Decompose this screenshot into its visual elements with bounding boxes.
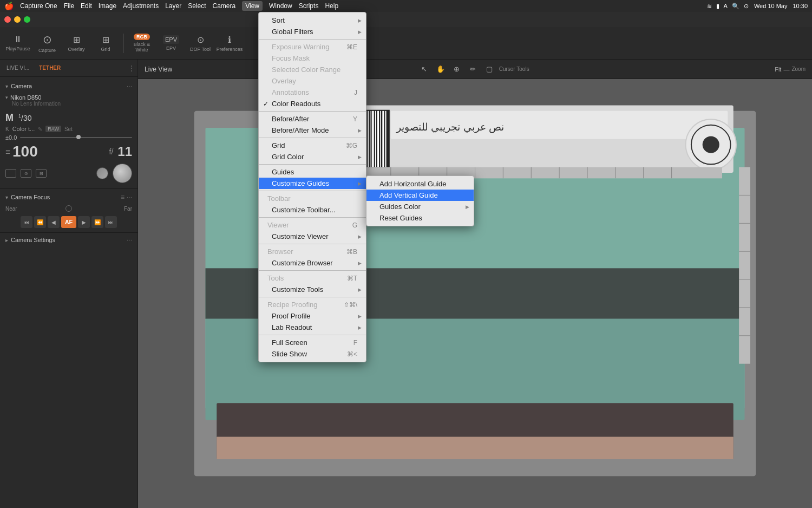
customize-toolbar-label: Customize Toolbar... [272, 206, 336, 214]
menu-help[interactable]: Help [325, 2, 338, 10]
wb-small-circle[interactable] [96, 167, 108, 179]
menu-capture-one[interactable]: Capture One [20, 2, 57, 10]
focus-action-dots[interactable]: ··· [127, 193, 132, 201]
menu-select[interactable]: Select [188, 2, 206, 10]
preferences-button[interactable]: ℹ Preferences [216, 29, 243, 57]
camera-section-header[interactable]: Camera ··· [0, 80, 137, 92]
menu-adjustments[interactable]: Adjustments [123, 2, 159, 10]
menu-image[interactable]: Image [99, 2, 116, 10]
wb-large-circle[interactable] [113, 164, 132, 183]
focus-near-fast-btn[interactable]: ⏭ [105, 216, 117, 228]
focus-point-icon[interactable]: ⊙ [21, 169, 31, 178]
left-panel: LIVE VI... TETHER ⋮ Camera ··· Nikon D85… [0, 60, 138, 508]
menu-window[interactable]: Window [269, 2, 292, 10]
menu-reset-guides[interactable]: Reset Guides [366, 212, 474, 224]
camera-settings-dots[interactable]: ··· [127, 236, 132, 244]
menu-full-screen[interactable]: Full Screen F [259, 337, 366, 348]
capture-button[interactable]: ⊙ Capture [34, 29, 61, 57]
focus-far-fast-btn[interactable]: ⏮ [21, 216, 32, 228]
menu-annotations[interactable]: Annotations J [259, 87, 366, 98]
minimize-button[interactable] [14, 16, 21, 23]
menu-scripts[interactable]: Scripts [299, 2, 319, 10]
search-icon[interactable]: 🔍 [732, 3, 739, 10]
sep-6 [259, 217, 366, 218]
focus-near-btn[interactable]: ⏩ [91, 216, 103, 228]
camera-settings-section[interactable]: Camera Settings ··· [0, 233, 137, 247]
control-center-icon[interactable]: ⊙ [744, 3, 749, 10]
focus-fwd-btn[interactable]: ▶ [78, 216, 90, 228]
sort-label: Sort [272, 16, 285, 24]
browser-section-label: Browser [267, 248, 293, 256]
svg-point-25 [703, 136, 719, 153]
sep-2 [259, 111, 366, 112]
menu-customize-guides[interactable]: Customize Guides Add Horizontal Guide Ad… [259, 178, 366, 189]
menu-selected-color-range[interactable]: Selected Color Range [259, 64, 366, 75]
menu-edit[interactable]: Edit [81, 2, 92, 10]
menu-layer[interactable]: Layer [165, 2, 181, 10]
zoom-control: Fit — Zoom [775, 66, 806, 73]
tab-live-view[interactable]: LIVE VI... [2, 63, 34, 73]
apple-menu[interactable]: 🍎 [4, 2, 14, 10]
shutter-speed: 1/30 [18, 113, 31, 122]
menu-view[interactable]: View [242, 1, 263, 11]
format-icon[interactable] [5, 169, 16, 178]
rgb-button[interactable]: RGB Black & White [128, 29, 155, 57]
grid-label: Grid [272, 141, 285, 149]
epv-label: EPV [166, 45, 176, 51]
focus-action-lines[interactable]: ≡ [121, 193, 125, 201]
epv-button[interactable]: EPV EPV [158, 29, 185, 57]
grid-icon: ⊞ [102, 35, 109, 45]
menu-customize-browser[interactable]: Customize Browser [259, 257, 366, 269]
menu-color-readouts[interactable]: Color Readouts [259, 98, 366, 109]
cursor-eyedropper-btn[interactable]: ✏ [467, 63, 480, 76]
dof-button[interactable]: ⊙ DOF Tool [187, 29, 214, 57]
menu-customize-toolbar[interactable]: Customize Toolbar... [259, 204, 366, 216]
menu-add-vertical-guide[interactable]: Add Vertical Guide [366, 190, 474, 201]
histogram-icon[interactable]: ⊟ [36, 169, 47, 178]
exposure-warning-label: Exposure Warning [272, 43, 329, 51]
cursor-pan-btn[interactable]: ✋ [434, 63, 447, 76]
close-button[interactable] [4, 16, 11, 23]
menu-global-filters[interactable]: Global Filters [259, 26, 366, 37]
menu-add-horizontal-guide[interactable]: Add Horizontal Guide [366, 178, 474, 190]
camera-action-dots[interactable]: ··· [127, 82, 132, 90]
menu-camera[interactable]: Camera [213, 2, 236, 10]
camera-controls-row: ⊙ ⊟ [0, 161, 137, 185]
menu-customize-tools[interactable]: Customize Tools [259, 284, 366, 295]
maximize-button[interactable] [24, 16, 30, 23]
focus-back-btn[interactable]: ◀ [48, 216, 60, 228]
cursor-select-btn[interactable]: ↖ [418, 63, 431, 76]
menu-file[interactable]: File [64, 2, 74, 10]
menu-lab-readout[interactable]: Lab Readout [259, 322, 366, 333]
menu-grid-color[interactable]: Grid Color [259, 151, 366, 162]
menu-customize-viewer[interactable]: Customize Viewer [259, 231, 366, 242]
ev-slider-thumb [76, 135, 81, 139]
focus-far-btn[interactable]: ⏪ [34, 216, 46, 228]
play-pause-button[interactable]: ⏸ Play/Pause [4, 29, 31, 57]
menu-grid[interactable]: Grid ⌘G [259, 140, 366, 151]
menu-guides[interactable]: Guides [259, 166, 366, 178]
cursor-compare-btn[interactable]: ▢ [483, 63, 496, 76]
ev-slider[interactable] [20, 137, 132, 138]
overlay-button[interactable]: ⊞ Overlay [63, 29, 90, 57]
menu-before-after[interactable]: Before/After Y [259, 113, 366, 125]
menu-proof-profile[interactable]: Proof Profile [259, 310, 366, 322]
focus-section-header[interactable]: Camera Focus ≡ ··· [0, 191, 137, 203]
menu-exposure-warning[interactable]: Exposure Warning ⌘E [259, 41, 366, 53]
menu-slide-show[interactable]: Slide Show ⌘< [259, 348, 366, 360]
tab-tether[interactable]: TETHER [35, 63, 65, 73]
grid-button[interactable]: ⊞ Grid [92, 29, 119, 57]
af-button[interactable]: AF [61, 216, 76, 228]
sep-9 [259, 297, 366, 297]
panel-options-button[interactable]: ⋮ [128, 64, 135, 73]
menu-before-after-mode[interactable]: Before/After Mode [259, 125, 366, 136]
cursor-zoom-btn[interactable]: ⊕ [450, 63, 463, 76]
svg-rect-20 [385, 111, 387, 167]
panel-tabs: LIVE VI... TETHER ⋮ [0, 60, 137, 77]
annotations-label: Annotations [272, 88, 309, 96]
menu-overlay[interactable]: Overlay [259, 75, 366, 87]
menu-guides-color[interactable]: Guides Color [366, 201, 474, 212]
menu-sort[interactable]: Sort [259, 15, 366, 26]
menu-focus-mask[interactable]: Focus Mask [259, 53, 366, 64]
wb-edit-icon[interactable]: ✎ [38, 126, 42, 132]
